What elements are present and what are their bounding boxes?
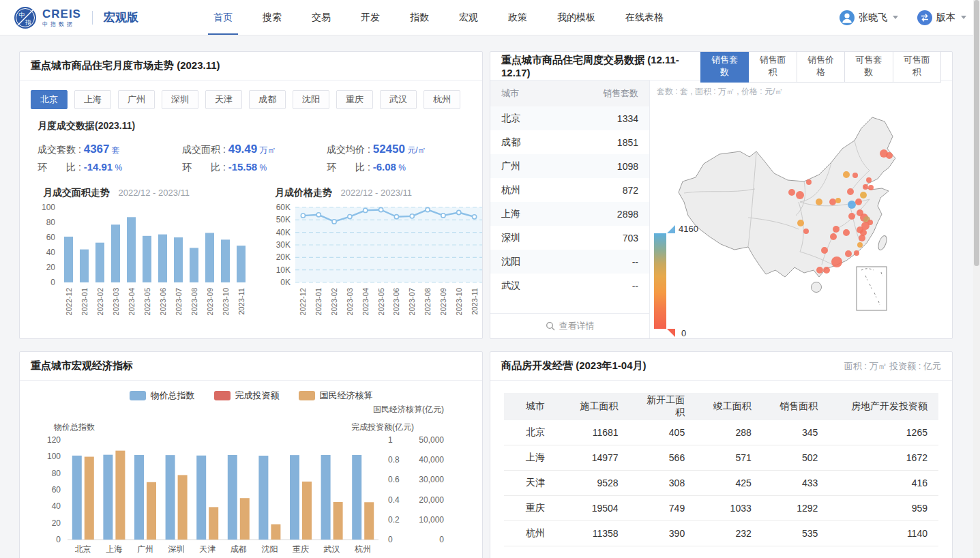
value-cell: 1265 [845, 427, 938, 438]
table-row: 成都1851 [490, 130, 649, 154]
scale-top-arrow-icon [667, 225, 675, 233]
city-tab-4[interactable]: 天津 [205, 90, 242, 109]
svg-text:2023-06: 2023-06 [392, 288, 400, 315]
city-tab-5[interactable]: 成都 [249, 90, 286, 109]
value-cell: 1851 [617, 137, 638, 148]
version-menu[interactable]: 版本 [917, 10, 966, 25]
table-row: 天津9528308425433416 [504, 471, 938, 496]
city-tab-6[interactable]: 沈阳 [293, 90, 329, 109]
chevron-down-icon [893, 16, 898, 19]
svg-text:2023-10: 2023-10 [222, 288, 230, 315]
right-axis1-label: 完成投资额(亿元) [351, 422, 414, 433]
legend-swatch [130, 391, 146, 400]
map-color-scale: 4160 0 [654, 233, 666, 329]
svg-text:0.6: 0.6 [388, 475, 400, 484]
nav-item-5[interactable]: 宏观 [444, 0, 493, 35]
weekly-tab-3[interactable]: 可售套数 [844, 51, 893, 83]
weekly-map-area: 套数 : 套 , 面积 : 万㎡ , 价格 : 元/㎡ [650, 80, 952, 338]
svg-text:0: 0 [50, 278, 55, 287]
page-scrollbar[interactable] [973, 0, 980, 558]
svg-text:2023-04: 2023-04 [128, 288, 136, 315]
svg-text:2023-06: 2023-06 [159, 288, 167, 315]
panel-development: 商品房开发经营 (2023年1-04月) 面积 : 万㎡ 投资额 : 亿元 城市… [490, 351, 953, 558]
value-cell: 749 [646, 503, 713, 514]
value-cell: 433 [779, 478, 846, 488]
svg-text:80: 80 [46, 218, 56, 227]
metric-label: 成交均价 : [327, 144, 373, 155]
china-map-svg [653, 98, 946, 323]
city-tab-3[interactable]: 深圳 [162, 90, 198, 109]
view-details-button[interactable]: 查看详情 [490, 313, 649, 338]
weekly-tab-2[interactable]: 销售价格 [797, 51, 845, 83]
legend-item-0[interactable]: 物价总指数 [130, 390, 195, 402]
brand-subtitle: 中指数据 [42, 22, 81, 27]
legend-label: 国民经济核算 [320, 390, 373, 402]
nav-item-8[interactable]: 在线表格 [610, 0, 679, 35]
value-cell: 14977 [579, 452, 646, 463]
legend-label: 物价总指数 [151, 390, 195, 402]
svg-text:2023-11: 2023-11 [471, 288, 479, 315]
weekly-tab-1[interactable]: 销售面积 [748, 51, 797, 83]
city-cell: 成都 [501, 136, 520, 149]
value-cell: 959 [845, 503, 938, 514]
table-row: 杭州113583902325351140 [504, 521, 938, 546]
legend-item-2[interactable]: 国民经济核算 [299, 390, 373, 402]
china-map: 4160 0 [650, 98, 952, 338]
weekly-tab-4[interactable]: 可售面积 [893, 51, 941, 83]
south-china-sea-inset [857, 267, 887, 310]
nav-item-7[interactable]: 我的模板 [542, 0, 610, 35]
weekly-table: 北京1334成都1851广州1098杭州872上海2898深圳703沈阳--武汉… [490, 106, 649, 313]
scale-gradient-bar [654, 233, 666, 329]
city-tab-8[interactable]: 武汉 [380, 90, 417, 109]
scrollbar-thumb[interactable] [974, 0, 979, 266]
metric-mom-label: 环 比 : [182, 162, 228, 173]
svg-text:10K: 10K [276, 265, 291, 275]
value-cell: 872 [623, 185, 638, 196]
table-row: 武汉-- [490, 274, 649, 297]
monthly-panel-header: 重点城市商品住宅月度市场走势 (2023.11) [20, 52, 482, 80]
value-cell: 11681 [579, 427, 646, 438]
value-cell: -- [632, 280, 638, 291]
value-cell: 425 [712, 478, 779, 488]
city-tab-1[interactable]: 上海 [74, 90, 111, 109]
nav-item-0[interactable]: 首页 [198, 0, 248, 35]
table-row: 上海2898 [490, 202, 649, 226]
city-tab-2[interactable]: 广州 [118, 90, 155, 109]
metric-mom-unit: % [257, 163, 267, 173]
svg-text:40: 40 [46, 248, 56, 257]
nav-item-3[interactable]: 开发 [346, 0, 395, 35]
nav-item-6[interactable]: 政策 [493, 0, 542, 35]
legend-label: 完成投资额 [235, 390, 280, 402]
user-menu[interactable]: 张晓飞 [840, 10, 898, 25]
value-cell: 416 [845, 478, 938, 488]
brand-divider [92, 11, 93, 25]
scale-bottom-arrow-icon [667, 329, 675, 337]
nav-right: 张晓飞 版本 [840, 0, 966, 35]
city-cell: 广州 [501, 160, 520, 173]
value-cell: -- [632, 256, 638, 267]
weekly-table-header: 城市 销售套数 [490, 80, 649, 106]
metric-unit: 万㎡ [257, 145, 276, 155]
value-cell: 566 [646, 452, 713, 463]
metric-mom-label: 环 比 : [327, 162, 373, 173]
city-tab-0[interactable]: 北京 [31, 90, 68, 109]
dev-col-header: 房地产开发投资额 [845, 400, 938, 413]
legend-item-1[interactable]: 完成投资额 [214, 390, 280, 402]
dev-col-header: 竣工面积 [712, 400, 779, 413]
city-tab-9[interactable]: 杭州 [424, 90, 460, 109]
svg-text:30,000: 30,000 [419, 475, 444, 484]
svg-text:2023-08: 2023-08 [424, 288, 432, 315]
area-chart-title: 月成交面积走势 [43, 187, 110, 198]
weekly-tab-0[interactable]: 销售套数 [700, 51, 749, 83]
city-tab-7[interactable]: 重庆 [336, 90, 373, 109]
metric-unit: 元/㎡ [405, 145, 426, 155]
svg-text:深圳: 深圳 [168, 544, 185, 554]
nav-item-1[interactable]: 搜索 [248, 0, 297, 35]
nav-item-2[interactable]: 交易 [297, 0, 346, 35]
user-name: 张晓飞 [859, 12, 887, 24]
brand-logo[interactable]: 中 指 CREIS 中指数据 宏观版 [14, 0, 138, 35]
monthly-panel-title: 重点城市商品住宅月度市场走势 (2023.11) [31, 59, 220, 72]
value-cell: 19504 [579, 503, 646, 514]
nav-item-4[interactable]: 指数 [395, 0, 444, 35]
area-trend-plot: 0204060801002022-122023-012023-022023-03… [31, 199, 253, 330]
